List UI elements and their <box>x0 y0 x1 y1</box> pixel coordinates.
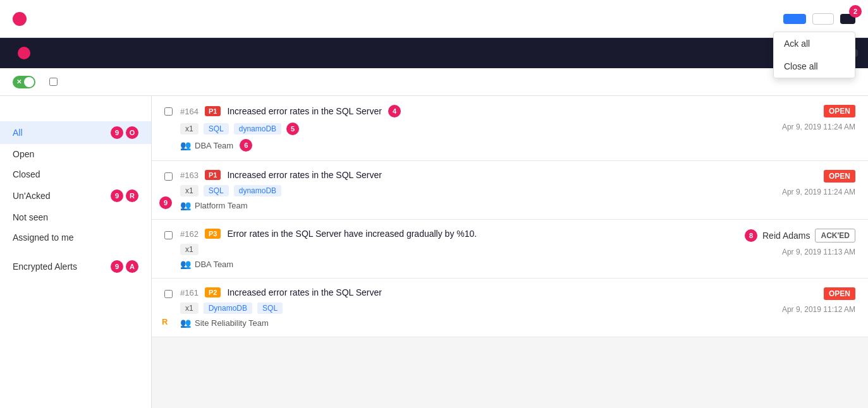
alert-header-161: #161 P2 Increased error rates in the SQL… <box>180 287 734 297</box>
toolbar: ✕ <box>0 68 868 96</box>
tut-badge-9-r: 9 <box>159 196 172 209</box>
priority-r-badge-163: 9 <box>162 196 172 209</box>
team-name-164: DBA Team <box>195 141 233 150</box>
alert-header-163: #163 P1 Increased error rates in the SQL… <box>180 170 734 180</box>
tag-dynamodb-163[interactable]: dynamoDB <box>234 185 281 196</box>
count-tag-163: x1 <box>180 185 199 196</box>
alert-title-163[interactable]: Increased error rates in the SQL Server <box>227 170 382 180</box>
sidebar-item-closed-label: Closed <box>13 169 40 179</box>
alert-title-164[interactable]: Increased error rates in the SQL Server <box>227 106 382 116</box>
ack-all-item[interactable]: Ack all <box>774 32 855 55</box>
sidebar-item-closed[interactable]: Closed <box>0 164 151 184</box>
sidebar-item-encrypted-alerts-label: Encrypted Alerts <box>13 261 77 272</box>
header-left <box>13 12 33 26</box>
team-icon-162: 👥 <box>180 259 191 269</box>
count-tag-164: x1 <box>180 123 199 135</box>
search-badge <box>18 47 30 59</box>
header-num-badge <box>13 12 27 26</box>
encrypted-badges: 9 A <box>111 260 138 273</box>
alert-checkbox-162[interactable] <box>164 231 173 239</box>
alert-title-162[interactable]: Error rates in the SQL Server have incre… <box>227 229 477 239</box>
alert-time-162: Apr 9, 2019 11:13 AM <box>782 248 855 256</box>
alert-right-162: 8 Reid Adams ACK'ED Apr 9, 2019 11:13 AM <box>742 229 855 256</box>
unacked-letter-badge: R <box>126 189 138 202</box>
table-row: #162 P3 Error rates in the SQL Server ha… <box>152 220 868 279</box>
priority-badge-164: P1 <box>205 106 221 116</box>
sidebar-item-not-seen[interactable]: Not seen <box>0 207 151 227</box>
sidebar-item-assigned-to-me-label: Assigned to me <box>13 232 74 243</box>
status-badge-162: ACK'ED <box>815 229 855 243</box>
select-all-checkbox[interactable] <box>49 78 58 86</box>
alert-checkbox-164[interactable] <box>164 107 173 116</box>
alert-checkbox-161[interactable] <box>164 290 173 298</box>
priority-badge-161: P2 <box>205 287 221 297</box>
see-all-alerts-toggle[interactable]: ✕ <box>13 76 39 88</box>
alert-id-162: #162 <box>180 229 199 239</box>
tag-dynamodb-161[interactable]: DynamoDB <box>204 303 252 314</box>
table-row: #163 P1 Increased error rates in the SQL… <box>152 161 868 220</box>
encrypted-num-badge: 9 <box>111 260 123 273</box>
unacked-badges: 9 R <box>111 189 138 202</box>
dropdown-menu: Ack all Close all <box>773 32 855 78</box>
sidebar-item-open[interactable]: Open <box>0 144 151 164</box>
alert-id-163: #163 <box>180 171 199 180</box>
tut-badge-8: 8 <box>745 229 757 242</box>
alert-tags-163: x1 SQL dynamoDB <box>180 185 734 196</box>
priority-r-badge-161: R <box>162 317 168 327</box>
table-row: #161 P2 Increased error rates in the SQL… <box>152 279 868 337</box>
select-checkbox[interactable] <box>49 78 61 86</box>
sidebar: All 9 O Open Closed Un'Acked 9 R Not see… <box>0 96 152 408</box>
team-icon-163: 👥 <box>180 200 191 210</box>
alert-team-162: 👥 DBA Team <box>180 259 734 269</box>
search-input[interactable] <box>38 48 822 58</box>
alert-title-161[interactable]: Increased error rates in the SQL Server <box>227 287 382 297</box>
alert-content-161: #161 P2 Increased error rates in the SQL… <box>180 287 734 328</box>
main-layout: All 9 O Open Closed Un'Acked 9 R Not see… <box>0 96 868 408</box>
count-tag-162: x1 <box>180 244 199 255</box>
sidebar-item-unacked[interactable]: Un'Acked 9 R <box>0 184 151 207</box>
status-badge-163: OPEN <box>824 170 855 183</box>
alert-checkbox-163[interactable] <box>164 172 173 181</box>
sidebar-item-unacked-label: Un'Acked <box>13 191 50 201</box>
sidebar-item-encrypted-alerts[interactable]: Encrypted Alerts 9 A <box>0 255 151 278</box>
alert-header-162: #162 P3 Error rates in the SQL Server ha… <box>180 229 734 239</box>
close-all-item[interactable]: Close all <box>774 55 855 78</box>
predefined-section-label <box>0 114 151 121</box>
sidebar-item-assigned-to-me[interactable]: Assigned to me <box>0 227 151 248</box>
all-badges: 9 O <box>111 126 138 139</box>
sidebar-item-open-label: Open <box>13 149 34 159</box>
tag-dynamodb-164[interactable]: dynamoDB <box>234 123 281 135</box>
create-alert-button[interactable] <box>783 14 806 24</box>
unacked-num-badge: 9 <box>111 189 123 202</box>
alert-time-161: Apr 9, 2019 11:12 AM <box>782 305 855 314</box>
priority-badge-162: P3 <box>205 229 221 239</box>
tut-badge-6: 6 <box>240 139 252 152</box>
assignee-name-162: Reid Adams <box>762 231 810 241</box>
encrypted-letter-badge: A <box>126 260 138 273</box>
saved-searches-title <box>0 106 151 114</box>
tag-sql-161[interactable]: SQL <box>257 303 283 314</box>
alert-header-164: #164 P1 Increased error rates in the SQL… <box>180 105 734 117</box>
status-badge-164: OPEN <box>824 105 855 117</box>
alert-time-164: Apr 9, 2019 11:24 AM <box>782 123 855 131</box>
header: Ack all Close all 2 <box>0 0 868 38</box>
alert-content-163: #163 P1 Increased error rates in the SQL… <box>180 170 734 210</box>
team-icon-164: 👥 <box>180 140 191 150</box>
toggle-x-icon: ✕ <box>16 78 21 85</box>
create-mass-notification-button[interactable] <box>812 13 834 25</box>
status-badge-161: OPEN <box>824 287 855 300</box>
alert-team-164: 👥 DBA Team 6 <box>180 139 734 152</box>
created-by-me-section-label <box>0 248 151 255</box>
assignee-status-group: 8 Reid Adams ACK'ED <box>745 229 855 243</box>
alert-team-163: 👥 Platform Team <box>180 200 734 210</box>
sidebar-item-all[interactable]: All 9 O <box>0 121 151 144</box>
count-tag-161: x1 <box>180 303 199 314</box>
alert-content-162: #162 P3 Error rates in the SQL Server ha… <box>180 229 734 269</box>
toggle-switch[interactable]: ✕ <box>13 76 35 88</box>
all-letter-badge: O <box>126 126 138 139</box>
tag-sql-164[interactable]: SQL <box>204 123 229 135</box>
alert-right-164: OPEN Apr 9, 2019 11:24 AM <box>742 105 855 131</box>
alert-right-161: OPEN Apr 9, 2019 11:12 AM <box>742 287 855 314</box>
tag-sql-163[interactable]: SQL <box>204 185 229 196</box>
alert-tags-162: x1 <box>180 244 734 255</box>
